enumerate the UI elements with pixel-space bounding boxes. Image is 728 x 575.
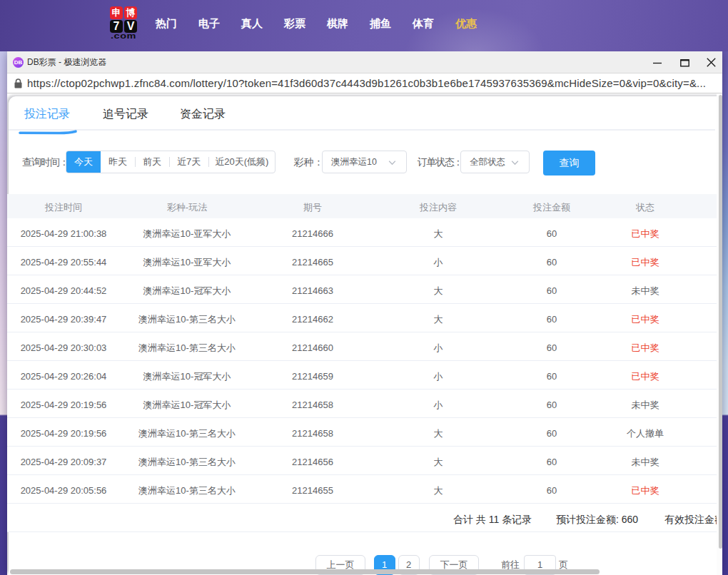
table-cell: 2025-04-29 20:19:56 — [7, 390, 120, 417]
time-filter-label: 查询时间： — [22, 151, 69, 173]
summary-valid: 有效投注金额 — [664, 505, 722, 534]
table-cell: 2025-04-29 20:55:44 — [7, 247, 120, 275]
browser-titlebar[interactable]: DB DB彩票 - 极速浏览器 — [7, 51, 722, 73]
nav-item-彩票[interactable]: 彩票 — [284, 17, 305, 31]
table-cell: 澳洲幸运10-第三名大小 — [120, 304, 254, 332]
browser-urlbar[interactable]: https://ctop02pchwp1.zfnc84.com/lottery/… — [7, 73, 722, 93]
table-cell: 21214662 — [254, 304, 371, 332]
browser-window: DB DB彩票 - 极速浏览器 https://ctop02pchwp1.zfn… — [7, 51, 722, 575]
filter-bar: 查询时间： 今天昨天前天近7天近20天(低频) 彩种： 澳洲幸运10 订单状态：… — [7, 151, 715, 176]
status-select-value: 全部状态 — [470, 157, 505, 167]
status-select[interactable]: 全部状态 — [460, 151, 530, 173]
horizontal-scrollbar-thumb[interactable] — [10, 569, 600, 574]
table-row[interactable]: 2025-04-29 20:39:47澳洲幸运10-第三名大小21214662大… — [7, 304, 717, 332]
table-cell: 已中奖 — [598, 304, 692, 332]
query-button[interactable]: 查询 — [543, 151, 595, 175]
table-cell: 2025-04-29 20:26:04 — [7, 361, 120, 389]
table-row[interactable]: 2025-04-29 20:55:44澳洲幸运10-亚军大小21214665小6… — [7, 247, 717, 275]
column-header: 投注金额 — [505, 194, 598, 218]
summary-expected: 预计投注金额: 660 — [556, 505, 638, 534]
tab-资金记录[interactable]: 资金记录 — [180, 106, 226, 123]
lottery-filter-label: 彩种： — [294, 151, 324, 173]
table-row[interactable]: 2025-04-29 20:26:04澳洲幸运10-冠军大小21214659小6… — [7, 361, 717, 390]
maximize-button[interactable] — [674, 51, 695, 73]
nav-item-电子[interactable]: 电子 — [198, 17, 220, 31]
minimize-button[interactable] — [647, 51, 668, 73]
table-cell: 21214655 — [254, 475, 371, 503]
table-row[interactable]: 2025-04-29 21:00:38澳洲幸运10-亚军大小21214666大6… — [7, 218, 717, 247]
table-cell: 2025-04-29 20:05:56 — [7, 475, 120, 503]
table-cell: 澳洲幸运10-第三名大小 — [120, 332, 254, 360]
vertical-scrollbar[interactable] — [717, 93, 722, 575]
table-header-row: 投注时间彩种-玩法期号投注内容投注金额状态 — [7, 194, 717, 218]
nav-item-体育[interactable]: 体育 — [413, 17, 434, 31]
logo-shen-square: 申 — [110, 6, 123, 19]
lock-icon — [14, 78, 22, 91]
time-option-昨天[interactable]: 昨天 — [101, 151, 135, 173]
tab-追号记录[interactable]: 追号记录 — [103, 106, 148, 123]
table-cell: 21214658 — [254, 390, 371, 417]
nav-item-热门[interactable]: 热门 — [156, 17, 177, 31]
vertical-scrollbar-thumb[interactable] — [719, 95, 722, 549]
table-cell: 大 — [371, 418, 505, 446]
table-row[interactable]: 2025-04-29 20:09:37澳洲幸运10-第三名大小21214656大… — [7, 447, 717, 475]
nav-item-捕鱼[interactable]: 捕鱼 — [370, 17, 391, 31]
chevron-down-icon — [511, 159, 519, 166]
table-cell: 60 — [505, 304, 598, 332]
table-row[interactable]: 2025-04-29 20:05:56澳洲幸运10-第三名大小21214655大… — [7, 475, 717, 504]
table-cell: 2025-04-29 20:44:52 — [7, 275, 120, 303]
table-cell: 未中奖 — [598, 447, 692, 474]
table-cell: 未中奖 — [598, 275, 692, 303]
table-cell: 个人撤单 — [598, 418, 692, 446]
table-cell: 21214659 — [254, 361, 371, 389]
table-cell: 澳洲幸运10-冠军大小 — [120, 390, 254, 417]
table-cell: 60 — [505, 475, 598, 503]
tab-投注记录[interactable]: 投注记录 — [24, 106, 70, 123]
table-cell: 21214656 — [254, 447, 371, 474]
table-row[interactable]: 2025-04-29 20:19:56澳洲幸运10-冠军大小21214658小6… — [7, 390, 717, 418]
table-cell: 2025-04-29 20:30:03 — [7, 332, 120, 360]
table-cell: 已中奖 — [598, 332, 692, 360]
site-background-left — [0, 51, 7, 575]
table-cell: 大 — [371, 304, 505, 332]
tabs-divider — [9, 129, 715, 131]
time-range-group: 今天昨天前天近7天近20天(低频) — [66, 151, 275, 173]
table-cell: 21214666 — [254, 218, 371, 246]
close-button[interactable] — [700, 51, 722, 73]
table-row[interactable]: 2025-04-29 20:44:52澳洲幸运10-冠军大小21214663大6… — [7, 275, 717, 304]
chevron-down-icon — [388, 159, 396, 166]
site-background-right — [722, 51, 728, 575]
site-logo[interactable]: 申 博 7 V .com — [109, 6, 138, 39]
table-cell: 60 — [505, 361, 598, 389]
table-cell: 已中奖 — [598, 361, 692, 389]
table-cell: 澳洲幸运10-冠军大小 — [120, 275, 254, 303]
bet-record-table: 投注时间彩种-玩法期号投注内容投注金额状态 2025-04-29 21:00:3… — [7, 194, 717, 504]
table-cell: 大 — [371, 447, 505, 474]
logo-domain: .com — [111, 33, 136, 38]
lottery-select[interactable]: 澳洲幸运10 — [322, 151, 407, 173]
active-tab-underline — [18, 126, 78, 131]
logo-bo-square: 博 — [124, 6, 137, 19]
table-cell: 大 — [371, 218, 505, 246]
column-header: 彩种-玩法 — [120, 194, 254, 218]
nav-item-真人[interactable]: 真人 — [241, 17, 263, 31]
table-cell: 2025-04-29 20:19:56 — [7, 418, 120, 446]
url-text[interactable]: https://ctop02pchwp1.zfnc84.com/lottery/… — [27, 73, 717, 93]
window-title: DB彩票 - 极速浏览器 — [27, 51, 106, 73]
status-filter-label: 订单状态： — [418, 151, 462, 173]
table-cell: 60 — [505, 275, 598, 303]
nav-item-棋牌[interactable]: 棋牌 — [327, 17, 348, 31]
table-cell: 未中奖 — [598, 390, 692, 417]
nav-item-优惠[interactable]: 优惠 — [455, 17, 477, 31]
table-row[interactable]: 2025-04-29 20:30:03澳洲幸运10-第三名大小21214660小… — [7, 332, 717, 361]
table-cell: 已中奖 — [598, 247, 692, 275]
time-option-今天[interactable]: 今天 — [66, 151, 101, 173]
table-row[interactable]: 2025-04-29 20:19:56澳洲幸运10-第三名大小21214658大… — [7, 418, 717, 447]
table-cell: 澳洲幸运10-第三名大小 — [120, 418, 254, 446]
time-option-近7天[interactable]: 近7天 — [169, 151, 208, 173]
table-cell: 60 — [505, 332, 598, 360]
table-cell: 60 — [505, 418, 598, 446]
time-option-近20天(低频)[interactable]: 近20天(低频) — [208, 151, 275, 173]
time-option-前天[interactable]: 前天 — [135, 151, 169, 173]
table-cell: 大 — [371, 475, 505, 503]
